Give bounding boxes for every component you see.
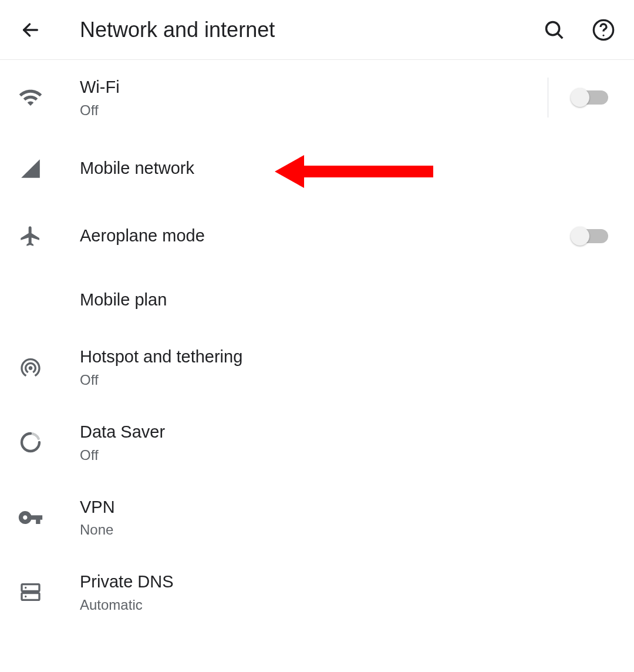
wifi-icon <box>16 85 45 110</box>
svg-point-4 <box>603 34 605 36</box>
item-mobile-network[interactable]: Mobile network <box>0 135 634 202</box>
item-vpn-text: VPN None <box>80 496 618 539</box>
toggle-separator <box>548 78 548 117</box>
svg-rect-5 <box>22 584 39 592</box>
svg-point-8 <box>25 596 26 597</box>
help-button[interactable] <box>589 16 618 44</box>
item-title: Hotspot and tethering <box>80 346 618 368</box>
item-subtitle: Off <box>80 102 548 119</box>
header-actions <box>540 16 618 44</box>
item-private-dns-text: Private DNS Automatic <box>80 571 618 613</box>
svg-point-1 <box>547 22 559 35</box>
item-hotspot-text: Hotspot and tethering Off <box>80 346 618 388</box>
back-button[interactable] <box>16 16 45 44</box>
item-subtitle: None <box>80 522 618 538</box>
item-data-saver[interactable]: Data Saver Off <box>0 405 634 480</box>
airplane-icon <box>16 224 45 248</box>
item-subtitle: Off <box>80 447 618 463</box>
item-title: Mobile network <box>80 157 618 180</box>
svg-rect-6 <box>22 593 39 600</box>
item-data-saver-text: Data Saver Off <box>80 421 618 463</box>
signal-icon <box>16 157 45 180</box>
hotspot-icon <box>16 355 45 379</box>
item-hotspot[interactable]: Hotspot and tethering Off <box>0 330 634 405</box>
item-private-dns[interactable]: Private DNS Automatic <box>0 555 634 630</box>
item-mobile-plan[interactable]: Mobile plan <box>0 270 634 330</box>
item-title: Private DNS <box>80 571 618 593</box>
dns-icon <box>16 580 45 604</box>
item-title: Wi-Fi <box>80 76 548 99</box>
item-title: VPN <box>80 496 618 519</box>
data-saver-icon <box>16 431 45 454</box>
toggle-knob <box>571 88 589 107</box>
page-title: Network and internet <box>80 18 540 42</box>
item-wifi-text: Wi-Fi Off <box>80 76 548 119</box>
settings-list: Wi-Fi Off Mobile network Aeroplane mode <box>0 60 634 630</box>
aeroplane-toggle[interactable] <box>572 229 608 243</box>
item-wifi[interactable]: Wi-Fi Off <box>0 60 634 135</box>
item-mobile-plan-text: Mobile plan <box>80 289 618 311</box>
search-icon <box>543 19 565 41</box>
wifi-toggle[interactable] <box>572 90 608 105</box>
item-aeroplane-mode[interactable]: Aeroplane mode <box>0 202 634 270</box>
help-icon <box>592 18 615 42</box>
back-arrow-icon <box>21 20 41 40</box>
search-button[interactable] <box>540 16 568 44</box>
item-title: Aeroplane mode <box>80 225 572 247</box>
toggle-knob <box>571 227 589 246</box>
item-mobile-network-text: Mobile network <box>80 157 618 180</box>
vpn-key-icon <box>16 505 45 530</box>
app-header: Network and internet <box>0 0 634 60</box>
item-subtitle: Off <box>80 372 618 388</box>
svg-point-7 <box>25 587 26 589</box>
item-title: Data Saver <box>80 421 618 443</box>
item-vpn[interactable]: VPN None <box>0 480 634 555</box>
item-title: Mobile plan <box>80 289 618 311</box>
svg-line-2 <box>558 33 563 38</box>
item-subtitle: Automatic <box>80 597 618 613</box>
item-aeroplane-text: Aeroplane mode <box>80 225 572 247</box>
